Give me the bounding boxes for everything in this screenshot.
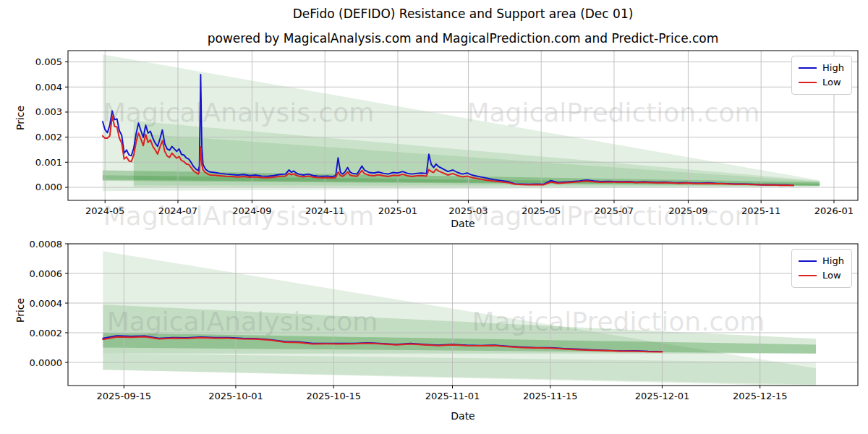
legend-item-low: Low — [799, 268, 845, 283]
legend-item-high: High — [799, 254, 845, 268]
high-line-swatch — [799, 260, 817, 262]
high-line-swatch — [799, 67, 817, 69]
svg-text:2025-09: 2025-09 — [668, 205, 707, 216]
legend-label-high: High — [822, 254, 844, 268]
svg-text:0.000: 0.000 — [35, 182, 62, 192]
bottom-x-axis-label: Date — [68, 410, 858, 422]
svg-text:2024-09: 2024-09 — [232, 205, 271, 216]
svg-text:0.004: 0.004 — [35, 82, 62, 93]
svg-text:0.0006: 0.0006 — [30, 268, 63, 279]
svg-text:2025-01: 2025-01 — [378, 205, 417, 216]
svg-text:2024-11: 2024-11 — [305, 205, 344, 216]
svg-text:0.003: 0.003 — [35, 106, 62, 117]
svg-text:2025-10-01: 2025-10-01 — [208, 391, 263, 401]
figure-title: DeFido (DEFIDO) Resistance and Support a… — [68, 7, 858, 21]
svg-text:2025-11-01: 2025-11-01 — [425, 391, 480, 401]
svg-text:2025-11-15: 2025-11-15 — [523, 391, 578, 401]
svg-text:2025-12-01: 2025-12-01 — [635, 391, 690, 401]
legend-label-low: Low — [822, 75, 841, 90]
top-x-axis-label: Date — [68, 218, 858, 229]
svg-text:2025-07: 2025-07 — [595, 205, 634, 216]
top-chart-plot-area: 2024-052024-072024-092024-112025-012025-… — [68, 51, 858, 200]
svg-text:2024-05: 2024-05 — [85, 205, 124, 216]
bottom-chart-plot-area: 2025-09-152025-10-012025-10-152025-11-01… — [68, 244, 858, 386]
low-line-swatch — [799, 275, 817, 276]
svg-text:2025-11: 2025-11 — [741, 205, 780, 216]
svg-text:2026-01: 2026-01 — [814, 205, 854, 216]
svg-text:0.0008: 0.0008 — [30, 239, 63, 250]
svg-text:0.005: 0.005 — [35, 56, 62, 67]
svg-text:2025-09-15: 2025-09-15 — [97, 391, 152, 401]
svg-text:2024-07: 2024-07 — [158, 205, 197, 216]
svg-text:2025-12-15: 2025-12-15 — [733, 391, 788, 401]
svg-text:2025-10-15: 2025-10-15 — [306, 391, 361, 401]
low-line-swatch — [799, 82, 817, 83]
svg-text:0.0002: 0.0002 — [30, 328, 63, 339]
svg-text:2025-05: 2025-05 — [522, 205, 561, 216]
figure: DeFido (DEFIDO) Resistance and Support a… — [0, 0, 868, 434]
bottom-y-axis-label: Price — [14, 308, 26, 323]
svg-text:0.002: 0.002 — [35, 132, 62, 142]
top-y-axis-label: Price — [14, 116, 26, 130]
svg-text:2025-03: 2025-03 — [448, 205, 488, 216]
svg-text:0.0004: 0.0004 — [30, 298, 63, 309]
legend-item-low: Low — [799, 75, 845, 90]
legend-item-high: High — [799, 61, 845, 75]
svg-text:0.001: 0.001 — [35, 157, 62, 168]
svg-text:0.0000: 0.0000 — [30, 357, 63, 368]
legend-label-high: High — [822, 61, 844, 75]
top-legend: High Low — [791, 56, 852, 95]
powered-by-subtitle: powered by MagicalAnalysis.com and Magic… — [68, 31, 858, 46]
bottom-legend: High Low — [791, 249, 852, 288]
legend-label-low: Low — [822, 268, 841, 283]
